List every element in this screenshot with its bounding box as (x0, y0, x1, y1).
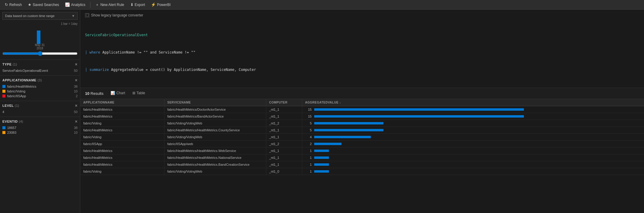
table-area: APPLICATIONNAME SERVICENAME COMPUTER AGG… (80, 99, 644, 213)
filter-type-close[interactable]: × (75, 62, 78, 66)
cell-svcname: fabric/HealthMetrics/HealthMetrics.WebSe… (164, 147, 266, 154)
cell-svcname: fabric/Voting/VotingWeb (164, 120, 266, 127)
refresh-icon: ↻ (5, 2, 8, 7)
export-button[interactable]: ⬇ Export (128, 1, 148, 8)
cell-svcname: fabric/Voting/VotingWeb (164, 134, 266, 141)
cell-appname: fabric/HealthMetrics (80, 147, 164, 154)
table-row[interactable]: fabric/HealthMetricsfabric/HealthMetrics… (80, 106, 644, 113)
col-header-svcname: SERVICENAME (164, 99, 266, 106)
filter-level-close[interactable]: × (75, 104, 78, 108)
tab-chart[interactable]: 📊 Chart (107, 90, 129, 97)
aggval-bar (314, 108, 524, 111)
results-bar: 10 Results 📊 Chart ⊞ Table (80, 88, 644, 99)
table-row[interactable]: fabric/Votingfabric/Voting/VotingWeb_nt1… (80, 168, 644, 175)
table-row[interactable]: fabric/HealthMetricsfabric/HealthMetrics… (80, 161, 644, 168)
chart-icon: 📊 (111, 91, 115, 95)
table-row[interactable]: fabric/Votingfabric/Voting/VotingWeb_nt1… (80, 120, 644, 127)
table-row[interactable]: fabric/HealthMetricsfabric/HealthMetrics… (80, 147, 644, 154)
filter-eventid-row-1[interactable]: 23083 10 (2, 130, 78, 135)
cell-svcname: fabric/Voting/VotingWeb (164, 168, 266, 175)
col-header-aggval: AGGREGATEDVALUE ↓ (302, 99, 644, 106)
cell-svcname: fabric/HealthMetrics/HealthMetrics.Count… (164, 127, 266, 134)
filter-eventid-close[interactable]: × (75, 119, 78, 124)
refresh-button[interactable]: ↻ Refresh (2, 1, 24, 8)
aggval-number: 5 (305, 121, 312, 125)
histogram-area: 1 bar = 1day May 31 2018 (0, 21, 80, 60)
aggval-number: 1 (305, 163, 312, 166)
results-table: APPLICATIONNAME SERVICENAME COMPUTER AGG… (80, 99, 644, 175)
export-icon: ⬇ (130, 2, 134, 7)
cell-aggval: 1 (302, 161, 644, 168)
table-header: APPLICATIONNAME SERVICENAME COMPUTER AGG… (80, 99, 644, 106)
cell-appname: fabric/HealthMetrics (80, 161, 164, 168)
cell-computer: _nt1_0 (266, 168, 302, 175)
filter-appname-close[interactable]: × (75, 78, 78, 82)
table-row[interactable]: fabric/Votingfabric/Voting/VotingWeb_nt1… (80, 134, 644, 141)
col-header-computer: COMPUTER (266, 99, 302, 106)
plus-icon: ＋ (95, 2, 99, 7)
analytics-button[interactable]: 📈 Analytics (63, 1, 88, 8)
table-row[interactable]: fabric/HealthMetricsfabric/HealthMetrics… (80, 154, 644, 161)
time-range-selector[interactable]: Data based on custom time range ▼ (2, 12, 78, 20)
table-row[interactable]: fabric/IISAppfabric/IISApp/web_nt1_22 (80, 141, 644, 147)
cell-appname: fabric/HealthMetrics (80, 154, 164, 161)
histogram-chart: May 31 2018 (2, 26, 78, 50)
aggval-number: 2 (305, 142, 312, 146)
cell-computer: _nt1_1 (266, 106, 302, 113)
table-row[interactable]: fabric/HealthMetricsfabric/HealthMetrics… (80, 113, 644, 120)
legacy-checkbox[interactable]: ☐ (85, 13, 89, 17)
new-alert-label: New Alert Rule (100, 3, 124, 7)
tab-table[interactable]: ⊞ Table (129, 90, 149, 97)
cell-computer: _nt1_2 (266, 120, 302, 127)
aggval-number: 1 (305, 156, 312, 159)
filter-appname-row-0[interactable]: fabric/HealthMetrics 38 (2, 84, 78, 89)
refresh-label: Refresh (9, 3, 22, 7)
cell-appname: fabric/HealthMetrics (80, 106, 164, 113)
filter-appname-header: APPLICATIONNAME (3) × (2, 78, 78, 82)
cell-aggval: 1 (302, 147, 644, 154)
filter-appname-row-1[interactable]: fabric/Voting 10 (2, 89, 78, 94)
time-range-slider[interactable] (2, 51, 78, 56)
filter-type-row[interactable]: ServiceFabricOperationalEvent 50 (2, 68, 78, 73)
aggval-bar (314, 122, 383, 124)
saved-searches-button[interactable]: ★ Saved Searches (25, 1, 61, 8)
cell-appname: fabric/HealthMetrics (80, 127, 164, 134)
aggval-bar (314, 143, 341, 145)
aggval-number: 15 (305, 108, 312, 111)
cell-aggval: 2 (302, 141, 644, 147)
cell-svcname: fabric/HealthMetrics/HealthMetrics.Natio… (164, 154, 266, 161)
filter-eventid-row-0[interactable]: 18657 38 (2, 125, 78, 130)
filter-level-header: LEVEL (1) × (2, 104, 78, 108)
powerbi-icon: ⚡ (151, 2, 156, 7)
cell-svcname: fabric/IISApp/web (164, 141, 266, 147)
aggval-number: 5 (305, 128, 312, 132)
legacy-toggle[interactable]: ☐ Show legacy language converter (85, 13, 639, 17)
time-range-label: Data based on custom time range (5, 14, 55, 18)
filter-appname-label: APPLICATIONNAME (3) (2, 78, 42, 82)
filter-eventid-section: EVENTID (4) × 18657 38 23083 10 (0, 117, 80, 137)
new-alert-button[interactable]: ＋ New Alert Rule (93, 1, 126, 9)
cell-appname: fabric/Voting (80, 168, 164, 175)
table-row[interactable]: fabric/HealthMetricsfabric/HealthMetrics… (80, 127, 644, 134)
cell-aggval: 5 (302, 127, 644, 133)
cell-appname: fabric/HealthMetrics (80, 113, 164, 120)
aggval-number: 1 (305, 170, 312, 173)
query-editor[interactable]: ServiceFabricOperationalEvent | where Ap… (85, 20, 639, 85)
star-icon: ★ (28, 2, 31, 7)
cell-aggval: 15 (302, 113, 644, 120)
filter-type-label: TYPE (1) (2, 63, 17, 66)
legacy-toggle-label: Show legacy language converter (91, 13, 143, 17)
main-layout: Data based on custom time range ▼ 1 bar … (0, 10, 644, 213)
filter-level-row[interactable]: 4 50 (2, 109, 78, 114)
filter-appname-row-2[interactable]: fabric/IISApp 2 (2, 94, 78, 98)
powerbi-button[interactable]: ⚡ PowerBI (149, 1, 173, 8)
cell-appname: fabric/Voting (80, 120, 164, 127)
chevron-down-icon: ▼ (72, 14, 75, 18)
filter-level-section: LEVEL (1) × 4 50 (0, 101, 80, 117)
histogram-bar (37, 31, 40, 44)
cell-aggval: 1 (302, 168, 644, 175)
cell-computer: _nt1_1 (266, 134, 302, 141)
cell-aggval: 4 (302, 134, 644, 140)
aggval-number: 15 (305, 115, 312, 118)
filter-appname-section: APPLICATIONNAME (3) × fabric/HealthMetri… (0, 75, 80, 101)
